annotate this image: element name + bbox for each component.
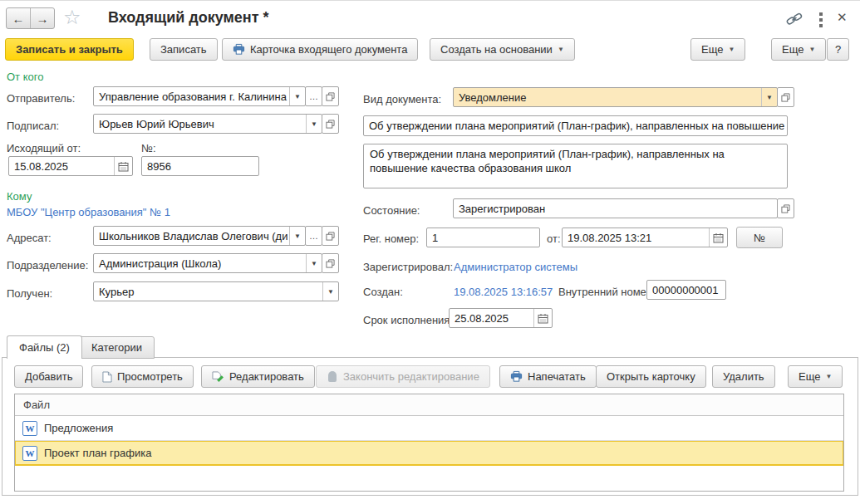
file-row-selected[interactable]: W Проект план графика <box>15 441 843 466</box>
to-group-label: Кому <box>7 190 32 203</box>
state-field[interactable]: Зарегистрирован <box>453 198 794 218</box>
dropdown-arrow-icon[interactable]: ▼ <box>306 254 322 272</box>
signer-field[interactable]: Юрьев Юрий Юрьевич ▼ <box>93 114 339 134</box>
received-field[interactable]: Курьер ▼ <box>93 281 339 301</box>
document-icon <box>102 371 112 383</box>
get-link-icon[interactable] <box>786 12 803 27</box>
internal-number-field[interactable]: 00000000001 <box>646 280 726 300</box>
internal-number-label: Внутренний номер: <box>558 286 656 298</box>
summary-textarea[interactable]: Об утверждении плана мероприятий (План-г… <box>363 144 788 188</box>
dropdown-arrow-icon[interactable]: ▼ <box>289 87 305 105</box>
file-finish-editing-button[interactable]: Закончить редактирование <box>316 365 490 388</box>
dropdown-arrow-icon[interactable]: ▼ <box>322 282 338 301</box>
create-based-on-button[interactable]: Создать на основании ▼ <box>430 38 575 61</box>
chevron-down-icon: ▼ <box>808 46 815 53</box>
open-item-icon[interactable] <box>777 198 794 218</box>
calendar-icon[interactable] <box>114 157 132 175</box>
sender-field[interactable]: Управление образования г. Калинина ▼ … <box>93 86 339 106</box>
calendar-icon[interactable] <box>709 228 727 247</box>
more-button-left[interactable]: Еще ▼ <box>690 38 745 61</box>
outgoing-number-field[interactable]: 8956 <box>141 156 259 176</box>
open-item-icon[interactable] <box>322 226 339 246</box>
due-date-field[interactable]: 25.08.2025 <box>449 308 553 328</box>
dropdown-arrow-icon[interactable]: ▼ <box>761 88 777 106</box>
dropdown-arrow-icon[interactable]: ▼ <box>289 227 305 245</box>
received-label: Получен: <box>7 287 52 300</box>
arrow-left-icon: ← <box>12 12 25 26</box>
state-label: Состояние: <box>363 204 420 217</box>
arrow-right-icon: → <box>37 12 49 26</box>
department-field[interactable]: Администрация (Школа) ▼ <box>93 253 339 273</box>
doc-kind-label: Вид документа: <box>363 93 441 105</box>
signer-label: Подписал: <box>7 120 59 132</box>
file-delete-button[interactable]: Удалить <box>712 365 775 388</box>
from-group-label: От кого <box>7 71 43 83</box>
created-datetime-link[interactable]: 19.08.2025 13:16:57 <box>454 286 553 298</box>
addressee-field[interactable]: Школьников Владислав Олегович (ди ▼ … <box>93 226 339 246</box>
save-and-close-button[interactable]: Записать и закрыть <box>5 38 134 61</box>
save-button[interactable]: Записать <box>150 38 218 61</box>
edit-pencil-icon <box>212 371 224 383</box>
favorite-star-icon[interactable]: ☆ <box>63 6 81 29</box>
outgoing-date-label: Исходящий от: <box>7 142 81 154</box>
choose-ellipsis-button[interactable]: … <box>305 86 322 106</box>
chevron-down-icon: ▼ <box>558 46 564 53</box>
file-view-button[interactable]: Просмотреть <box>91 365 194 388</box>
chevron-down-icon: ▼ <box>825 374 832 380</box>
file-name: Проект план графика <box>44 447 151 459</box>
page-title: Входящий документ * <box>108 9 269 27</box>
open-item-icon[interactable] <box>322 86 339 106</box>
chevron-down-icon: ▼ <box>728 46 735 53</box>
open-item-icon[interactable] <box>777 87 794 107</box>
reg-from-label: от: <box>547 232 561 245</box>
help-button[interactable]: ? <box>827 38 849 61</box>
file-open-card-button[interactable]: Открыть карточку <box>596 365 706 388</box>
registered-by-link[interactable]: Администратор системы <box>454 261 577 273</box>
printer-icon <box>233 43 245 56</box>
due-date-label: Срок исполнения: <box>363 314 453 326</box>
incoming-card-button[interactable]: Карточка входящего документа <box>222 38 418 61</box>
department-label: Подразделение: <box>7 259 88 272</box>
addressee-label: Адресат: <box>7 232 52 244</box>
word-file-icon: W <box>22 446 37 461</box>
sender-label: Отправитель: <box>7 92 75 105</box>
printer-icon <box>510 370 523 383</box>
outgoing-date-field[interactable]: 15.08.2025 <box>8 156 133 176</box>
reg-date-field[interactable]: 19.08.2025 13:21 <box>562 228 728 247</box>
recipient-organization-link[interactable]: МБОУ "Центр образования" № 1 <box>7 206 170 218</box>
more-button-right[interactable]: Еще ▼ <box>771 38 826 61</box>
close-icon[interactable]: ✕ <box>837 10 848 25</box>
dropdown-arrow-icon[interactable]: ▼ <box>306 115 322 133</box>
tab-categories[interactable]: Категории <box>79 336 155 359</box>
forward-button[interactable]: → <box>30 8 54 28</box>
created-label: Создан: <box>363 286 403 298</box>
outgoing-number-label: №: <box>141 142 156 154</box>
tab-files[interactable]: Файлы (2) <box>7 335 82 359</box>
file-name: Предложения <box>44 422 113 434</box>
file-more-button[interactable]: Еще ▼ <box>788 365 843 388</box>
choose-ellipsis-button[interactable]: … <box>305 226 322 246</box>
reg-number-field[interactable]: 1 <box>426 228 540 247</box>
finish-editing-icon <box>327 371 338 383</box>
open-item-icon[interactable] <box>322 253 339 273</box>
file-print-button[interactable]: Напечатать <box>499 365 597 388</box>
assign-number-button[interactable]: № <box>736 227 783 248</box>
doc-kind-field[interactable]: Уведомление ▼ <box>453 87 794 107</box>
history-nav: ← → <box>6 7 55 29</box>
more-menu-icon[interactable] <box>819 12 823 27</box>
reg-number-label: Рег. номер: <box>363 232 419 245</box>
files-table-header: Файл <box>15 394 843 416</box>
file-add-button[interactable]: Добавить <box>14 365 83 388</box>
registered-by-label: Зарегистрировал: <box>363 261 453 273</box>
file-edit-button[interactable]: Редактировать <box>201 365 315 388</box>
file-row[interactable]: W Предложения <box>15 416 843 441</box>
back-button[interactable]: ← <box>7 8 30 28</box>
word-file-icon: W <box>22 421 37 436</box>
incoming-document-window: ← → ☆ Входящий документ * ✕ Записать и з… <box>0 0 860 504</box>
files-table: Файл W Предложения W Проект план графика <box>14 394 844 492</box>
calendar-icon[interactable] <box>533 309 552 327</box>
summary-input[interactable]: Об утверждении плана мероприятий (План-г… <box>363 115 788 136</box>
open-item-icon[interactable] <box>322 114 339 134</box>
